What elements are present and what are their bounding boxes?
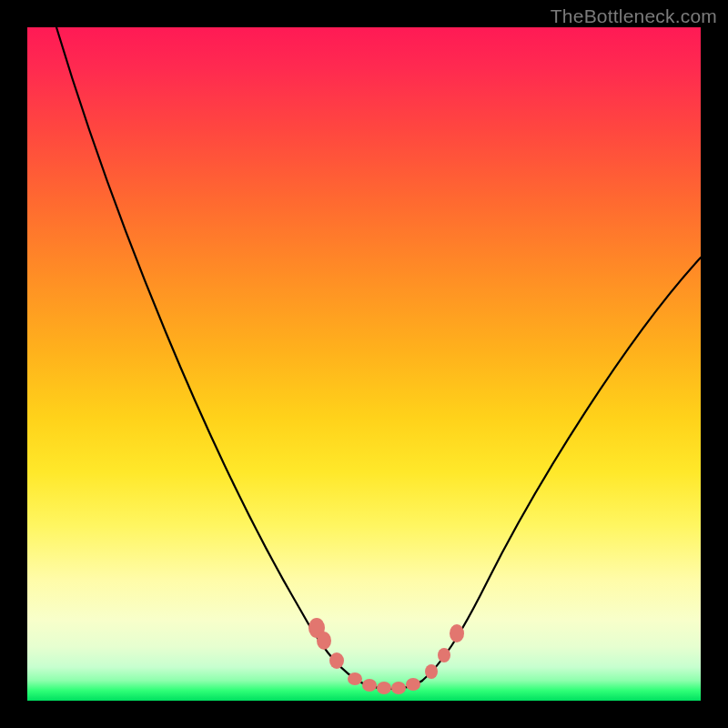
curve-left-branch [56,27,355,679]
curve-right-branch [422,258,701,681]
marker-flat-2 [362,679,377,692]
marker-right-3 [450,624,464,642]
marker-flat-5 [406,678,420,691]
marker-right-1 [425,664,438,679]
marker-left-3 [329,652,344,669]
watermark-text: TheBottleneck.com [551,5,717,27]
marker-flat-4 [391,682,406,694]
marker-right-2 [438,648,450,662]
curve-svg [27,27,701,701]
chart-frame: TheBottleneck.com [0,0,728,728]
marker-left-2 [317,632,331,650]
plot-area [27,27,701,701]
marker-flat-1 [348,672,362,685]
marker-flat-3 [377,682,391,694]
